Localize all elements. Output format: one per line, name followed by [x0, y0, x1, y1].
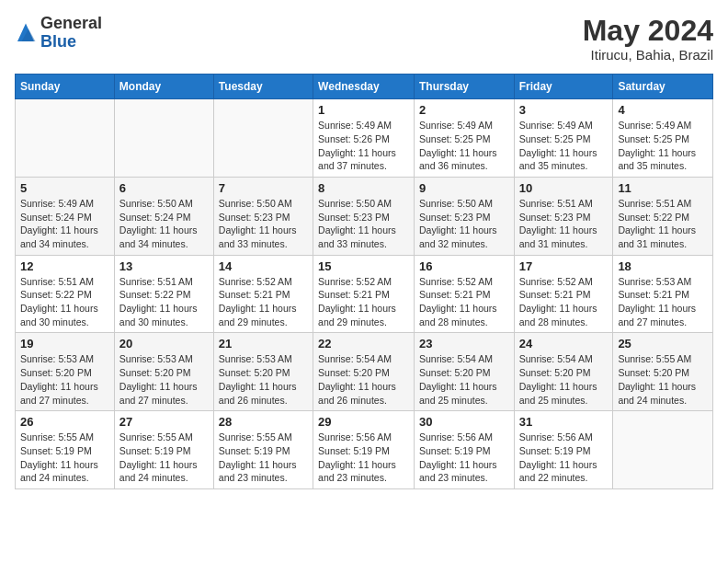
calendar-title: May 2024 [583, 15, 713, 47]
calendar-day-cell: 27Sunrise: 5:55 AM Sunset: 5:19 PM Dayli… [114, 411, 213, 489]
calendar-day-cell: 23Sunrise: 5:54 AM Sunset: 5:20 PM Dayli… [414, 333, 514, 411]
calendar-day-cell: 16Sunrise: 5:52 AM Sunset: 5:21 PM Dayli… [414, 255, 514, 333]
calendar-day-cell: 25Sunrise: 5:55 AM Sunset: 5:20 PM Dayli… [613, 333, 713, 411]
logo-blue-text: Blue [40, 32, 76, 51]
logo: General Blue [15, 15, 102, 52]
calendar-week-row: 5Sunrise: 5:49 AM Sunset: 5:24 PM Daylig… [16, 177, 713, 255]
day-info: Sunrise: 5:50 AM Sunset: 5:23 PM Dayligh… [219, 197, 308, 251]
day-info: Sunrise: 5:52 AM Sunset: 5:21 PM Dayligh… [419, 275, 509, 329]
day-number: 3 [519, 103, 609, 117]
calendar-day-cell: 26Sunrise: 5:55 AM Sunset: 5:19 PM Dayli… [16, 411, 115, 489]
day-info: Sunrise: 5:55 AM Sunset: 5:20 PM Dayligh… [618, 352, 708, 407]
calendar-day-cell: 24Sunrise: 5:54 AM Sunset: 5:20 PM Dayli… [514, 333, 613, 411]
day-number: 25 [618, 337, 708, 350]
day-info: Sunrise: 5:49 AM Sunset: 5:26 PM Dayligh… [318, 119, 409, 173]
calendar-day-cell: 19Sunrise: 5:53 AM Sunset: 5:20 PM Dayli… [16, 333, 115, 411]
day-info: Sunrise: 5:53 AM Sunset: 5:21 PM Dayligh… [618, 275, 708, 329]
calendar-week-row: 26Sunrise: 5:55 AM Sunset: 5:19 PM Dayli… [16, 411, 713, 489]
calendar-day-cell: 11Sunrise: 5:51 AM Sunset: 5:22 PM Dayli… [613, 177, 713, 255]
day-number: 11 [618, 181, 708, 195]
calendar-week-row: 12Sunrise: 5:51 AM Sunset: 5:22 PM Dayli… [16, 255, 713, 333]
calendar-day-cell [114, 99, 213, 178]
calendar-body: 1Sunrise: 5:49 AM Sunset: 5:26 PM Daylig… [16, 99, 713, 489]
day-info: Sunrise: 5:50 AM Sunset: 5:23 PM Dayligh… [318, 197, 409, 251]
calendar-day-cell: 5Sunrise: 5:49 AM Sunset: 5:24 PM Daylig… [16, 177, 115, 255]
day-number: 4 [618, 103, 708, 117]
day-info: Sunrise: 5:53 AM Sunset: 5:20 PM Dayligh… [119, 352, 209, 407]
calendar-day-cell: 1Sunrise: 5:49 AM Sunset: 5:26 PM Daylig… [313, 99, 415, 178]
day-info: Sunrise: 5:53 AM Sunset: 5:20 PM Dayligh… [219, 352, 308, 407]
day-number: 6 [119, 181, 209, 195]
day-number: 28 [219, 415, 308, 429]
calendar-day-cell: 29Sunrise: 5:56 AM Sunset: 5:19 PM Dayli… [313, 411, 415, 489]
calendar-day-cell [613, 411, 713, 489]
day-info: Sunrise: 5:56 AM Sunset: 5:19 PM Dayligh… [419, 431, 509, 485]
day-number: 1 [318, 103, 409, 117]
day-info: Sunrise: 5:54 AM Sunset: 5:20 PM Dayligh… [519, 352, 609, 407]
day-info: Sunrise: 5:56 AM Sunset: 5:19 PM Dayligh… [519, 431, 609, 485]
weekday-header-cell: Monday [114, 75, 213, 99]
day-number: 12 [20, 259, 109, 273]
calendar-day-cell: 22Sunrise: 5:54 AM Sunset: 5:20 PM Dayli… [313, 333, 415, 411]
calendar-day-cell: 13Sunrise: 5:51 AM Sunset: 5:22 PM Dayli… [114, 255, 213, 333]
title-block: May 2024 Itirucu, Bahia, Brazil [583, 15, 713, 63]
day-info: Sunrise: 5:55 AM Sunset: 5:19 PM Dayligh… [219, 431, 308, 485]
day-info: Sunrise: 5:51 AM Sunset: 5:23 PM Dayligh… [519, 197, 609, 251]
day-info: Sunrise: 5:55 AM Sunset: 5:19 PM Dayligh… [20, 431, 109, 485]
calendar-day-cell: 21Sunrise: 5:53 AM Sunset: 5:20 PM Dayli… [213, 333, 313, 411]
calendar-day-cell: 28Sunrise: 5:55 AM Sunset: 5:19 PM Dayli… [213, 411, 313, 489]
calendar-day-cell: 7Sunrise: 5:50 AM Sunset: 5:23 PM Daylig… [213, 177, 313, 255]
day-info: Sunrise: 5:49 AM Sunset: 5:25 PM Dayligh… [618, 119, 708, 173]
day-number: 13 [119, 259, 209, 273]
weekday-header-cell: Wednesday [313, 75, 415, 99]
weekday-header-cell: Friday [514, 75, 613, 99]
day-number: 22 [318, 337, 409, 350]
calendar-day-cell: 12Sunrise: 5:51 AM Sunset: 5:22 PM Dayli… [16, 255, 115, 333]
calendar-table: SundayMondayTuesdayWednesdayThursdayFrid… [15, 74, 713, 489]
calendar-day-cell: 30Sunrise: 5:56 AM Sunset: 5:19 PM Dayli… [414, 411, 514, 489]
calendar-day-cell: 18Sunrise: 5:53 AM Sunset: 5:21 PM Dayli… [613, 255, 713, 333]
calendar-day-cell [16, 99, 115, 178]
day-info: Sunrise: 5:51 AM Sunset: 5:22 PM Dayligh… [119, 275, 209, 329]
weekday-header-cell: Thursday [414, 75, 514, 99]
calendar-day-cell [213, 99, 313, 178]
day-number: 21 [219, 337, 308, 350]
day-number: 10 [519, 181, 609, 195]
day-info: Sunrise: 5:55 AM Sunset: 5:19 PM Dayligh… [119, 431, 209, 485]
calendar-day-cell: 9Sunrise: 5:50 AM Sunset: 5:23 PM Daylig… [414, 177, 514, 255]
day-number: 26 [20, 415, 109, 429]
day-info: Sunrise: 5:54 AM Sunset: 5:20 PM Dayligh… [318, 352, 409, 407]
calendar-week-row: 1Sunrise: 5:49 AM Sunset: 5:26 PM Daylig… [16, 99, 713, 178]
weekday-header-cell: Saturday [613, 75, 713, 99]
day-info: Sunrise: 5:52 AM Sunset: 5:21 PM Dayligh… [318, 275, 409, 329]
calendar-day-cell: 8Sunrise: 5:50 AM Sunset: 5:23 PM Daylig… [313, 177, 415, 255]
calendar-day-cell: 20Sunrise: 5:53 AM Sunset: 5:20 PM Dayli… [114, 333, 213, 411]
day-info: Sunrise: 5:51 AM Sunset: 5:22 PM Dayligh… [20, 275, 109, 329]
calendar-day-cell: 3Sunrise: 5:49 AM Sunset: 5:25 PM Daylig… [514, 99, 613, 178]
day-info: Sunrise: 5:49 AM Sunset: 5:25 PM Dayligh… [419, 119, 509, 173]
day-number: 8 [318, 181, 409, 195]
calendar-day-cell: 17Sunrise: 5:52 AM Sunset: 5:21 PM Dayli… [514, 255, 613, 333]
day-number: 20 [119, 337, 209, 350]
day-info: Sunrise: 5:52 AM Sunset: 5:21 PM Dayligh… [519, 275, 609, 329]
weekday-header-cell: Sunday [16, 75, 115, 99]
day-info: Sunrise: 5:56 AM Sunset: 5:19 PM Dayligh… [318, 431, 409, 485]
day-number: 27 [119, 415, 209, 429]
day-info: Sunrise: 5:53 AM Sunset: 5:20 PM Dayligh… [20, 352, 109, 407]
day-number: 5 [20, 181, 109, 195]
calendar-week-row: 19Sunrise: 5:53 AM Sunset: 5:20 PM Dayli… [16, 333, 713, 411]
day-info: Sunrise: 5:49 AM Sunset: 5:24 PM Dayligh… [20, 197, 109, 251]
calendar-day-cell: 6Sunrise: 5:50 AM Sunset: 5:24 PM Daylig… [114, 177, 213, 255]
day-info: Sunrise: 5:52 AM Sunset: 5:21 PM Dayligh… [219, 275, 308, 329]
day-number: 9 [419, 181, 509, 195]
calendar-day-cell: 14Sunrise: 5:52 AM Sunset: 5:21 PM Dayli… [213, 255, 313, 333]
day-number: 18 [618, 259, 708, 273]
day-info: Sunrise: 5:51 AM Sunset: 5:22 PM Dayligh… [618, 197, 708, 251]
header: General Blue May 2024 Itirucu, Bahia, Br… [15, 15, 713, 63]
calendar-subtitle: Itirucu, Bahia, Brazil [583, 47, 713, 63]
day-number: 14 [219, 259, 308, 273]
calendar-day-cell: 2Sunrise: 5:49 AM Sunset: 5:25 PM Daylig… [414, 99, 514, 178]
day-info: Sunrise: 5:49 AM Sunset: 5:25 PM Dayligh… [519, 119, 609, 173]
weekday-header-cell: Tuesday [213, 75, 313, 99]
day-info: Sunrise: 5:50 AM Sunset: 5:24 PM Dayligh… [119, 197, 209, 251]
